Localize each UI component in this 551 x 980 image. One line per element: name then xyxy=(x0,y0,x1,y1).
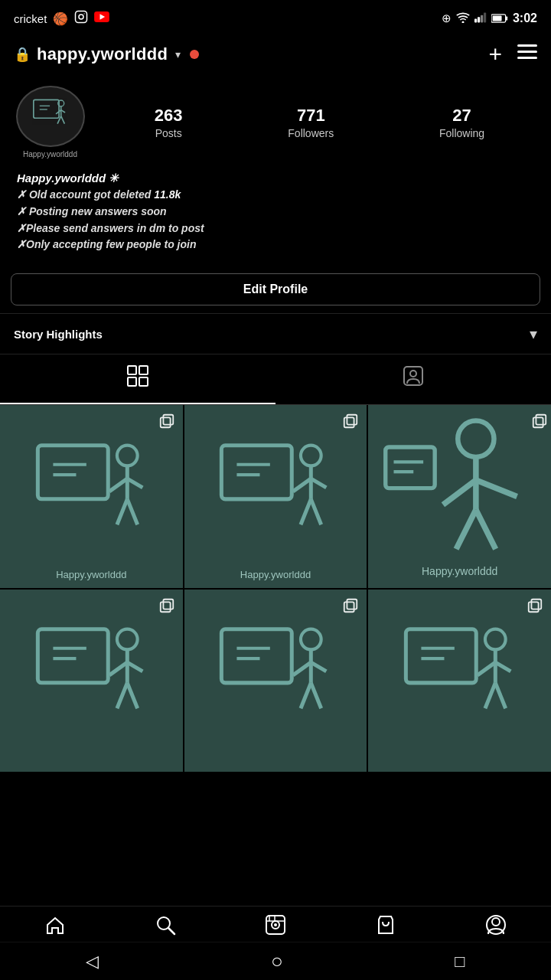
svg-point-34 xyxy=(117,446,138,466)
edit-profile-button[interactable]: Edit Profile xyxy=(11,273,540,305)
svg-rect-95 xyxy=(529,602,539,612)
instagram-icon xyxy=(74,10,88,27)
multipost-icon-2 xyxy=(342,413,359,433)
header-right: + xyxy=(488,41,537,67)
svg-rect-51 xyxy=(344,417,354,427)
home-button[interactable]: ○ xyxy=(271,949,283,973)
recent-apps-button[interactable]: □ xyxy=(455,952,465,972)
svg-point-2 xyxy=(84,13,85,14)
circle-plus-icon: ⊕ xyxy=(442,11,452,25)
svg-line-72 xyxy=(127,683,137,708)
svg-rect-42 xyxy=(222,446,292,499)
posts-count: 263 xyxy=(155,106,183,126)
svg-rect-73 xyxy=(160,602,170,612)
svg-line-69 xyxy=(109,663,127,676)
lock-icon: 🔒 xyxy=(14,46,31,63)
status-right: ⊕ xyxy=(442,11,537,25)
svg-rect-9 xyxy=(484,12,486,22)
svg-line-57 xyxy=(456,510,476,550)
svg-rect-14 xyxy=(517,51,537,53)
svg-rect-59 xyxy=(386,447,435,488)
add-post-button[interactable]: + xyxy=(488,41,502,67)
nba-icon: 🏀 xyxy=(53,11,68,26)
tagged-icon xyxy=(403,365,424,392)
svg-line-94 xyxy=(495,683,505,708)
svg-point-105 xyxy=(492,918,500,926)
svg-rect-86 xyxy=(406,629,476,683)
svg-rect-26 xyxy=(139,366,148,374)
profile-info-row: Happy.yworlddd 263 Posts 771 Followers 2… xyxy=(14,86,537,158)
svg-point-30 xyxy=(410,371,416,377)
back-button[interactable]: ◁ xyxy=(86,952,99,972)
following-stat[interactable]: 27 Following xyxy=(439,106,484,139)
svg-line-49 xyxy=(301,499,311,524)
bio-line-3: ✗Please send answers in dm to post xyxy=(17,220,534,237)
svg-rect-40 xyxy=(160,417,170,427)
avatar-label: Happy.yworlddd xyxy=(23,150,77,158)
svg-rect-6 xyxy=(474,18,477,22)
svg-rect-11 xyxy=(506,16,508,20)
story-highlights-section[interactable]: Story Highlights ▾ xyxy=(0,313,551,354)
post-item-5[interactable] xyxy=(184,590,367,773)
avatar xyxy=(16,86,85,147)
content-tabs xyxy=(0,354,551,405)
svg-rect-8 xyxy=(481,15,483,22)
post-watermark-2: Happy.yworlddd xyxy=(184,569,367,580)
nav-search[interactable] xyxy=(155,914,176,936)
multipost-icon-5 xyxy=(342,597,359,618)
svg-rect-41 xyxy=(163,415,173,425)
svg-line-24 xyxy=(61,116,65,124)
svg-rect-62 xyxy=(533,417,543,427)
post-item-1[interactable]: Happy.yworlddd xyxy=(0,405,183,588)
post-item-3[interactable]: Happy.yworlddd xyxy=(368,405,551,588)
tab-tagged[interactable] xyxy=(276,354,551,404)
svg-line-39 xyxy=(127,499,137,524)
bio-line-4: ✗Only accepting few people to join xyxy=(17,237,534,253)
posts-grid: Happy.yworlddd Happy.yworlddd xyxy=(0,405,551,772)
menu-button[interactable] xyxy=(517,44,537,64)
post-item-6[interactable] xyxy=(368,590,551,773)
svg-line-82 xyxy=(301,683,311,708)
svg-point-101 xyxy=(274,923,277,926)
nav-shop[interactable] xyxy=(375,914,396,936)
post-item-4[interactable] xyxy=(0,590,183,773)
following-label: Following xyxy=(439,127,484,139)
svg-rect-27 xyxy=(128,377,136,386)
dropdown-arrow-icon[interactable]: ▾ xyxy=(175,48,181,60)
story-highlights-label: Story Highlights xyxy=(14,328,103,341)
svg-line-83 xyxy=(311,683,321,708)
svg-point-5 xyxy=(461,21,464,23)
tab-grid[interactable] xyxy=(0,354,276,404)
svg-point-89 xyxy=(485,629,506,650)
svg-rect-96 xyxy=(531,599,541,609)
post-item-2[interactable]: Happy.yworlddd xyxy=(184,405,367,588)
username-text: happy.yworlddd xyxy=(37,44,168,64)
svg-line-58 xyxy=(476,510,496,550)
bio-line-2: ✗ Posting new answers soon xyxy=(17,204,534,220)
svg-line-36 xyxy=(109,479,127,492)
following-count: 27 xyxy=(452,106,471,126)
post-watermark-1: Happy.yworlddd xyxy=(0,569,183,580)
chevron-down-icon: ▾ xyxy=(530,325,537,343)
svg-point-1 xyxy=(79,15,83,19)
svg-rect-15 xyxy=(517,57,537,59)
nav-home[interactable] xyxy=(44,914,66,936)
svg-point-67 xyxy=(117,629,138,650)
svg-rect-7 xyxy=(478,17,480,22)
svg-rect-31 xyxy=(37,446,108,499)
avatar-container[interactable]: Happy.yworlddd xyxy=(14,86,86,158)
svg-rect-84 xyxy=(344,602,354,612)
android-nav: ◁ ○ □ xyxy=(0,942,551,980)
posts-stat: 263 Posts xyxy=(155,106,183,139)
svg-line-47 xyxy=(293,479,311,492)
svg-line-38 xyxy=(117,499,127,524)
nav-reels[interactable] xyxy=(265,914,286,936)
multipost-icon-4 xyxy=(158,597,175,618)
battery-icon xyxy=(491,12,508,25)
followers-stat[interactable]: 771 Followers xyxy=(288,106,334,139)
app-header: 🔒 happy.yworlddd ▾ + xyxy=(0,34,551,75)
svg-rect-75 xyxy=(222,629,292,683)
bio-name: Happy.yworlddd ✳ xyxy=(17,169,534,187)
svg-rect-0 xyxy=(76,11,87,23)
nav-profile[interactable] xyxy=(485,914,507,936)
